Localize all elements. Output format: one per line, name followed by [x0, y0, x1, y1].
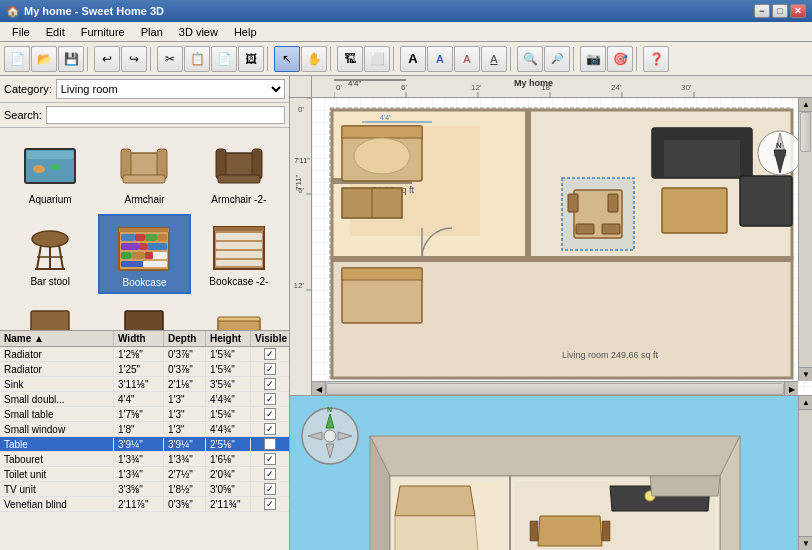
copy-button[interactable]: 📋 [184, 46, 210, 72]
hscroll-floor[interactable]: ◀ ▶ [312, 381, 798, 395]
pan-button[interactable]: ✋ [301, 46, 327, 72]
table-row[interactable]: Radiator 1'2⅝" 0'3⅞" 1'5¾" ✓ [0, 347, 289, 362]
compass-3d[interactable]: N [300, 406, 350, 456]
save-button[interactable]: 💾 [58, 46, 84, 72]
vscroll-thumb[interactable] [800, 112, 811, 152]
table-row[interactable]: Radiator 1'25" 0'3⅞" 1'5¾" ✓ [0, 362, 289, 377]
chair2-icon [115, 303, 173, 331]
visible-checkbox[interactable]: ✓ [264, 408, 276, 420]
furniture-item-aquarium[interactable]: Aquarium [4, 132, 96, 212]
svg-text:30': 30' [681, 83, 692, 92]
table-row[interactable]: Small window 1'8" 1'3" 4'4¾" ✓ [0, 422, 289, 437]
hscroll-thumb[interactable] [326, 383, 784, 395]
table-header: Name ▲ Width Depth Height Visible [0, 331, 289, 347]
maximize-button[interactable]: □ [772, 4, 788, 18]
table-row[interactable]: Tabouret 1'3¾" 1'3¾" 1'6⅛" ✓ [0, 452, 289, 467]
furniture-item-bookcase[interactable]: Bookcase [98, 214, 190, 294]
furniture-item-bookcase2[interactable]: Bookcase -2- [193, 214, 285, 294]
target-button[interactable]: 🎯 [607, 46, 633, 72]
visible-checkbox[interactable]: ✓ [264, 363, 276, 375]
hscroll-left[interactable]: ◀ [312, 382, 326, 396]
menu-help[interactable]: Help [226, 24, 265, 40]
svg-point-12 [32, 231, 68, 247]
view-3d[interactable]: N ▲ ▼ [290, 396, 812, 550]
col-width[interactable]: Width [114, 331, 164, 346]
visible-checkbox[interactable]: ✓ [264, 438, 276, 450]
table-row[interactable]: Table 3'9¼" 3'9¼" 2'5⅛" ✓ [0, 437, 289, 452]
menu-plan[interactable]: Plan [133, 24, 171, 40]
table-row[interactable]: Venetian blind 2'11⅞" 0'3⅝" 2'11¾" ✓ [0, 497, 289, 512]
table-row[interactable]: TV unit 3'3⅝" 1'8½" 3'0⅝" ✓ [0, 482, 289, 497]
visible-checkbox[interactable]: ✓ [264, 498, 276, 510]
col-name[interactable]: Name ▲ [0, 331, 114, 346]
table-row[interactable]: Toilet unit 1'3¾" 2'7½" 2'0¾" ✓ [0, 467, 289, 482]
text-button[interactable]: A [400, 46, 426, 72]
furniture-item-chair[interactable]: Chair [4, 296, 96, 330]
menu-file[interactable]: File [4, 24, 38, 40]
add-wall-button[interactable]: 🏗 [337, 46, 363, 72]
floor-plan-area[interactable]: 84.89 sq ft Living room 249.66 sq ft Bed… [312, 98, 812, 395]
paste-button[interactable]: 📄 [211, 46, 237, 72]
vscroll-floor[interactable]: ▲ ▼ [798, 98, 812, 381]
camera-button[interactable]: 📷 [580, 46, 606, 72]
visible-checkbox[interactable]: ✓ [264, 348, 276, 360]
svg-text:Living room  249.66 sq ft: Living room 249.66 sq ft [562, 350, 659, 360]
td-depth: 1'3" [164, 393, 206, 406]
undo-button[interactable]: ↩ [94, 46, 120, 72]
furniture-item-armchair2[interactable]: Armchair -2- [193, 132, 285, 212]
visible-checkbox[interactable]: ✓ [264, 453, 276, 465]
visible-checkbox[interactable]: ✓ [264, 393, 276, 405]
hscroll-right[interactable]: ▶ [784, 382, 798, 396]
open-button[interactable]: 📂 [31, 46, 57, 72]
vscroll-3d-up[interactable]: ▲ [799, 396, 812, 410]
visible-checkbox[interactable]: ✓ [264, 378, 276, 390]
visible-checkbox[interactable]: ✓ [264, 423, 276, 435]
help-button[interactable]: ❓ [643, 46, 669, 72]
col-height[interactable]: Height [206, 331, 251, 346]
text4-button[interactable]: A [481, 46, 507, 72]
td-depth: 0'3⅞" [164, 348, 206, 361]
td-width: 2'11⅞" [114, 498, 164, 511]
new-button[interactable]: 📄 [4, 46, 30, 72]
add-room-button[interactable]: ⬜ [364, 46, 390, 72]
zoom-in-button[interactable]: 🔍 [517, 46, 543, 72]
furniture-item-coffee-table[interactable]: Coffee table [193, 296, 285, 330]
col-depth[interactable]: Depth [164, 331, 206, 346]
redo-button[interactable]: ↪ [121, 46, 147, 72]
app-icon: 🏠 [6, 5, 20, 18]
import-button[interactable]: 🖼 [238, 46, 264, 72]
td-depth: 1'3" [164, 408, 206, 421]
minimize-button[interactable]: − [754, 4, 770, 18]
menu-edit[interactable]: Edit [38, 24, 73, 40]
menu-3dview[interactable]: 3D view [171, 24, 226, 40]
furniture-item-chair2[interactable]: Chair -2- [98, 296, 190, 330]
svg-rect-26 [121, 243, 139, 250]
table-row[interactable]: Sink 3'11⅛" 2'1⅛" 3'5¾" ✓ [0, 377, 289, 392]
visible-checkbox[interactable]: ✓ [264, 468, 276, 480]
furniture-item-armchair[interactable]: Armchair [98, 132, 190, 212]
vscroll-down[interactable]: ▼ [799, 367, 812, 381]
table-row[interactable]: Small doubl... 4'4" 1'3" 4'4¾" ✓ [0, 392, 289, 407]
vscroll-up[interactable]: ▲ [799, 98, 812, 112]
visible-checkbox[interactable]: ✓ [264, 483, 276, 495]
vscroll-3d-down[interactable]: ▼ [799, 536, 812, 550]
search-input[interactable] [46, 106, 285, 124]
table-row[interactable]: Small table 1'7⅝" 1'3" 1'5¾" ✓ [0, 407, 289, 422]
left-panel: Category: Living room Bedroom Kitchen Ba… [0, 76, 290, 550]
text2-button[interactable]: A [427, 46, 453, 72]
text3-button[interactable]: A [454, 46, 480, 72]
td-height: 3'5¾" [206, 378, 251, 391]
select-button[interactable]: ↖ [274, 46, 300, 72]
col-visible[interactable]: Visible [251, 331, 289, 346]
furniture-item-barstool[interactable]: Bar stool [4, 214, 96, 294]
zoom-out-button[interactable]: 🔎 [544, 46, 570, 72]
cut-button[interactable]: ✂ [157, 46, 183, 72]
svg-rect-50 [218, 317, 260, 321]
td-height: 1'5¾" [206, 363, 251, 376]
close-button[interactable]: ✕ [790, 4, 806, 18]
category-select[interactable]: Living room Bedroom Kitchen Bathroom [56, 79, 285, 99]
vscroll-3d[interactable]: ▲ ▼ [798, 396, 812, 550]
floor-plan[interactable]: 0' 6' 12' 18' 24' 30' 4'4" My h [290, 76, 812, 396]
armchair-image [114, 137, 174, 192]
menu-furniture[interactable]: Furniture [73, 24, 133, 40]
